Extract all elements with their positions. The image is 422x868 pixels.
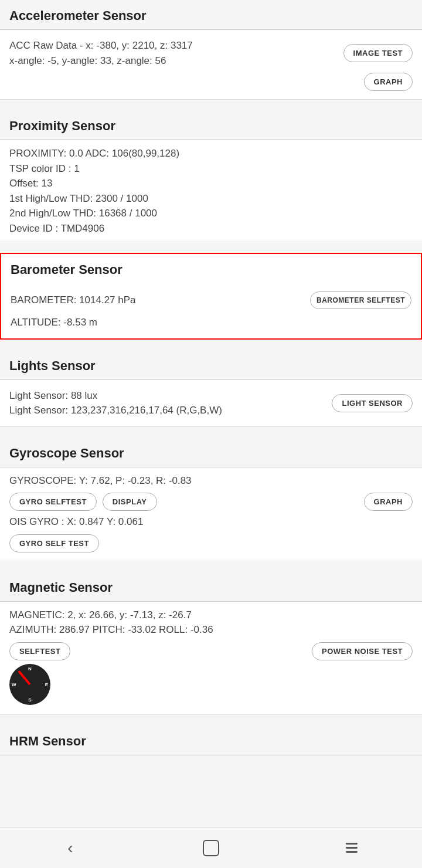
hrm-header: HRM Sensor	[0, 725, 422, 755]
gyroscope-header: Gyroscope Sensor	[0, 438, 422, 467]
magnetic-selftest-button[interactable]: SELFTEST	[9, 642, 70, 660]
gyroscope-title: Gyroscope Sensor	[9, 446, 124, 460]
back-icon: ‹	[67, 839, 73, 857]
gap2	[0, 242, 422, 253]
proximity-title: Proximity Sensor	[9, 118, 115, 133]
gap3	[0, 340, 422, 350]
recent-icon	[346, 843, 358, 853]
home-button[interactable]	[196, 833, 226, 863]
altitude-row: ALTITUDE: -8.53 m	[11, 315, 411, 330]
lights-title: Lights Sensor	[9, 358, 96, 373]
lights-section: Lights Sensor Light Sensor: 88 lux Light…	[0, 350, 422, 427]
gyro-display-button[interactable]: DISPLAY	[103, 493, 157, 511]
proximity-section: Proximity Sensor PROXIMITY: 0.0 ADC: 106…	[0, 110, 422, 242]
gyroscope-btn-group: GYRO SELFTEST DISPLAY GRAPH	[9, 493, 413, 511]
compass: N S W E	[9, 664, 50, 705]
compass-hand	[18, 670, 30, 685]
navigation-bar: ‹	[0, 827, 422, 868]
accelerometer-header: Accelerometer Sensor	[0, 0, 422, 30]
gap6	[0, 715, 422, 725]
gyroscope-section: Gyroscope Sensor GYROSCOPE: Y: 7.62, P: …	[0, 438, 422, 561]
accelerometer-data-row: ACC Raw Data - x: -380, y: 2210, z: 3317…	[9, 38, 413, 68]
accelerometer-section: Accelerometer Sensor ACC Raw Data - x: -…	[0, 0, 422, 100]
gyroscope-body: GYROSCOPE: Y: 7.62, P: -0.23, R: -0.83 G…	[0, 467, 422, 561]
magnetic-body: MAGNETIC: 2, x: 26.66, y: -7.13, z: -26.…	[0, 602, 422, 715]
gyro-self-test-button[interactable]: GYRO SELF TEST	[9, 534, 99, 552]
lights-body: Light Sensor: 88 lux Light Sensor: 123,2…	[0, 380, 422, 427]
compass-south: S	[28, 697, 31, 703]
barometer-title: Barometer Sensor	[11, 262, 122, 277]
gyro-graph-button[interactable]: GRAPH	[364, 493, 413, 511]
hrm-title: HRM Sensor	[9, 734, 86, 748]
magnetic-btn-row: SELFTEST POWER NOISE TEST	[9, 642, 413, 660]
barometer-value-row: BAROMETER: 1014.27 hPa BAROMETER SELFTES…	[11, 291, 411, 309]
gyro-self-test-group: GYRO SELF TEST	[9, 534, 413, 552]
barometer-value: BAROMETER: 1014.27 hPa	[11, 293, 136, 308]
magnetic-power-noise-button[interactable]: POWER NOISE TEST	[312, 642, 413, 660]
lights-data-row: Light Sensor: 88 lux Light Sensor: 123,2…	[9, 388, 413, 418]
content-area: Accelerometer Sensor ACC Raw Data - x: -…	[0, 0, 422, 827]
hrm-section: HRM Sensor	[0, 725, 422, 755]
graph-btn-row: GRAPH	[9, 73, 413, 91]
barometer-selftest-button[interactable]: BAROMETER SELFTEST	[310, 291, 411, 309]
proximity-header: Proximity Sensor	[0, 110, 422, 140]
compass-west: W	[12, 681, 16, 687]
lights-header: Lights Sensor	[0, 350, 422, 380]
barometer-section: Barometer Sensor BAROMETER: 1014.27 hPa …	[0, 253, 422, 340]
proximity-body: PROXIMITY: 0.0 ADC: 106(80,99,128) TSP c…	[0, 140, 422, 242]
gap4	[0, 427, 422, 438]
image-test-button[interactable]: IMAGE TEST	[343, 44, 413, 62]
accelerometer-graph-button[interactable]: GRAPH	[364, 73, 413, 91]
barometer-body: BAROMETER: 1014.27 hPa BAROMETER SELFTES…	[0, 283, 422, 340]
recent-button[interactable]	[337, 833, 366, 863]
altitude-value: ALTITUDE: -8.53 m	[11, 315, 97, 330]
compass-north: N	[28, 666, 32, 672]
accelerometer-body: ACC Raw Data - x: -380, y: 2210, z: 3317…	[0, 30, 422, 100]
light-sensor-button[interactable]: LIGHT SENSOR	[332, 394, 413, 412]
back-button[interactable]: ‹	[56, 833, 85, 863]
compass-container: N S W E	[9, 664, 50, 705]
barometer-header: Barometer Sensor	[0, 253, 422, 283]
magnetic-header: Magnetic Sensor	[0, 572, 422, 602]
gap5	[0, 561, 422, 572]
gap1	[0, 100, 422, 110]
gyro-selftest-button[interactable]: GYRO SELFTEST	[9, 493, 97, 511]
accelerometer-data-text: ACC Raw Data - x: -380, y: 2210, z: 3317…	[9, 38, 193, 68]
magnetic-section: Magnetic Sensor MAGNETIC: 2, x: 26.66, y…	[0, 572, 422, 715]
lights-data-text: Light Sensor: 88 lux Light Sensor: 123,2…	[9, 388, 222, 418]
home-icon	[203, 840, 219, 856]
compass-east: E	[45, 681, 48, 687]
magnetic-title: Magnetic Sensor	[9, 580, 113, 595]
accelerometer-title: Accelerometer Sensor	[9, 8, 147, 23]
